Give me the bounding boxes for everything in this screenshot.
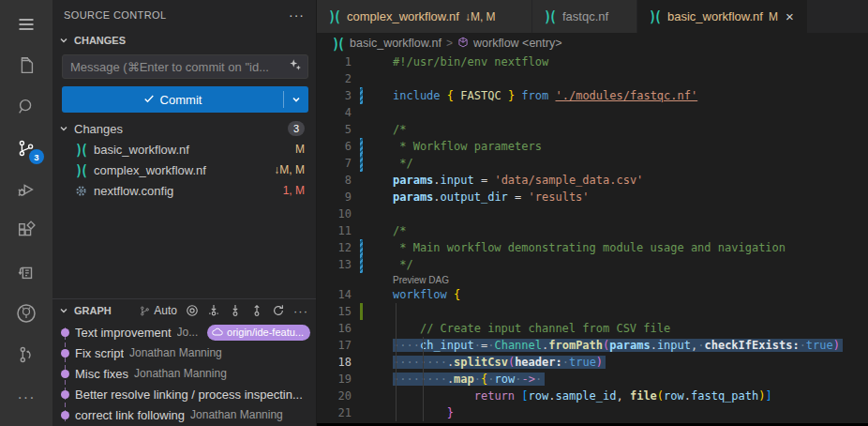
commit-row[interactable]: correct link followingJonathan Manning — [52, 404, 316, 425]
fetch-icon[interactable] — [207, 304, 220, 317]
line-number[interactable]: 4 — [317, 106, 360, 119]
code-line[interactable]: 14workflow { — [317, 286, 868, 303]
line-number[interactable]: 13 — [317, 258, 360, 271]
code-line[interactable]: 8params.input = 'data/sample_data.csv' — [317, 172, 868, 189]
code-line[interactable]: 3include { FASTQC } from './modules/fast… — [317, 87, 868, 104]
line-number[interactable]: 10 — [317, 207, 360, 221]
code-editor[interactable]: 1#!/usr/bin/env nextflow23include { FAST… — [317, 53, 868, 426]
remote-branch-badge[interactable]: origin/ide-featu... — [207, 325, 310, 341]
gutter — [360, 53, 363, 70]
commit-message: Text improvement — [75, 326, 172, 340]
line-number[interactable]: 19 — [317, 373, 360, 386]
line-number[interactable]: 12 — [317, 241, 360, 254]
code-line[interactable]: 5/* — [317, 121, 868, 138]
run-debug-icon[interactable] — [4, 169, 49, 210]
codelens-preview-dag[interactable]: Preview DAG — [393, 275, 449, 285]
branch-icon — [139, 305, 151, 317]
code-line[interactable]: 20 return [row.sample_id, file(row.fastq… — [317, 388, 868, 404]
chevron-down-icon — [56, 303, 71, 318]
tab-bar-empty-space — [808, 0, 868, 33]
commit-row[interactable]: Misc fixesJonathan Manning — [52, 363, 316, 384]
gutter — [360, 404, 363, 421]
code-line[interactable]: 9params.output_dir = 'results' — [317, 189, 868, 205]
source-control-icon[interactable]: 3 — [4, 128, 49, 169]
line-number[interactable]: 11 — [317, 224, 360, 237]
changes-section-header[interactable]: CHANGES — [52, 30, 316, 51]
code-line[interactable]: 6 * Workflow parameters — [317, 138, 868, 155]
code-line[interactable]: 18········.splitCsv(header:·true) — [317, 354, 868, 371]
changes-tree-header[interactable]: Changes 3 — [52, 118, 316, 139]
graph-auto-toggle[interactable]: Auto — [139, 304, 177, 317]
code-line[interactable]: 1#!/usr/bin/env nextflow — [317, 53, 868, 70]
search-icon[interactable] — [4, 86, 49, 128]
pull-icon[interactable] — [229, 304, 242, 317]
line-number[interactable]: 14 — [317, 288, 360, 301]
file-row[interactable]: )(basic_workflow.nfM — [52, 139, 316, 160]
line-number[interactable]: 18 — [317, 356, 360, 369]
indent-guide — [423, 337, 424, 421]
nextflow-file-icon: )( — [73, 161, 88, 177]
line-number[interactable]: 6 — [317, 140, 360, 153]
line-number[interactable]: 8 — [317, 174, 360, 187]
code-line[interactable]: 13 */ — [317, 256, 868, 273]
menu-icon[interactable] — [4, 4, 49, 45]
code-line[interactable]: 15 — [317, 303, 868, 320]
close-icon[interactable]: × — [786, 8, 794, 24]
sidebar-more-icon[interactable]: ··· — [289, 8, 305, 23]
code-line[interactable]: 10 — [317, 205, 868, 222]
line-number[interactable]: 2 — [317, 72, 360, 85]
explorer-icon[interactable] — [4, 45, 49, 86]
gutter — [360, 286, 363, 303]
line-number[interactable]: 15 — [317, 305, 360, 318]
line-number[interactable]: 20 — [317, 389, 360, 403]
code-line[interactable]: 16 // Create input channel from CSV file — [317, 320, 868, 337]
gutter-mod-indicator — [360, 138, 363, 155]
line-number[interactable]: 3 — [317, 89, 360, 102]
sparkle-ai-icon[interactable] — [289, 58, 302, 75]
code-line[interactable]: 19········.map·{·row·->· — [317, 371, 868, 388]
github-icon[interactable] — [4, 293, 49, 334]
commit-row[interactable]: Better resolve linking / process inspect… — [52, 384, 316, 404]
tab-complex-workflow[interactable]: )( complex_workflow.nf ↓M, M — [317, 0, 532, 33]
code-line[interactable]: 4 — [317, 104, 868, 121]
commit-author: Jonathan Manning — [134, 367, 227, 380]
extensions-icon[interactable] — [4, 210, 49, 251]
line-number[interactable]: 16 — [317, 322, 360, 335]
tab-label: fastqc.nf — [562, 9, 608, 23]
gutter — [360, 371, 363, 388]
code-line[interactable]: 21 } — [317, 404, 868, 421]
gutter-mod-indicator — [360, 87, 363, 104]
code-line[interactable]: 2 — [317, 70, 868, 87]
doc-sync-icon[interactable] — [4, 251, 49, 293]
breadcrumb-file[interactable]: basic_workflow.nf — [350, 37, 441, 50]
push-icon[interactable] — [250, 304, 263, 317]
target-icon[interactable] — [186, 304, 199, 317]
file-row[interactable]: nextflow.config1, M — [52, 180, 316, 201]
more-views-icon[interactable]: ··· — [4, 377, 49, 418]
line-number[interactable]: 1 — [317, 55, 360, 68]
commit-message-input[interactable]: Message (⌘Enter to commit on "id... — [62, 54, 308, 79]
graph-more-icon[interactable]: ··· — [293, 304, 308, 318]
git-graph-icon[interactable] — [4, 334, 49, 375]
tab-fastqc[interactable]: )( fastqc.nf — [532, 0, 637, 33]
breadcrumb-symbol[interactable]: workflow <entry> — [473, 37, 561, 50]
code-line[interactable]: 12 * Main workflow demonstrating module … — [317, 239, 868, 256]
line-number[interactable]: 17 — [317, 339, 360, 352]
tab-basic-workflow[interactable]: )( basic_workflow.nf M × — [637, 0, 808, 33]
line-number[interactable]: 21 — [317, 406, 360, 419]
line-number[interactable]: 7 — [317, 157, 360, 170]
code-line[interactable]: 17····ch_input·=·Channel.fromPath(params… — [317, 337, 868, 354]
refresh-icon[interactable] — [272, 304, 285, 317]
code-line[interactable]: 11/* — [317, 222, 868, 239]
code-line[interactable]: 7 */ — [317, 155, 868, 172]
commit-row[interactable]: Text improvementJo...origin/ide-featu... — [52, 322, 316, 342]
breadcrumb: )( basic_workflow.nf > workflow <entry> — [317, 33, 868, 53]
commit-dropdown-button[interactable] — [284, 86, 308, 113]
line-number[interactable]: 9 — [317, 190, 360, 204]
line-number[interactable]: 5 — [317, 123, 360, 136]
gutter — [360, 121, 363, 138]
graph-section: GRAPH Auto ··· Text improvementJo...orig… — [52, 298, 316, 426]
commit-row[interactable]: Fix scriptJonathan Manning — [52, 342, 316, 363]
commit-button[interactable]: Commit — [62, 86, 308, 113]
file-row[interactable]: )(complex_workflow.nf↓M, M — [52, 160, 316, 180]
